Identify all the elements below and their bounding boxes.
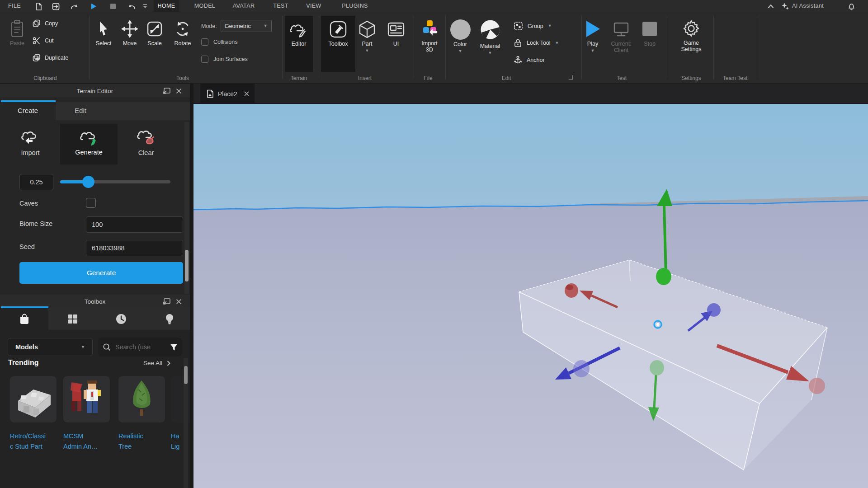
- ui-button[interactable]: UI: [383, 16, 409, 47]
- tab-plugins[interactable]: PLUGINS: [338, 0, 372, 12]
- terrain-import-button[interactable]: Import: [11, 126, 50, 156]
- copy-button[interactable]: Copy: [33, 19, 58, 28]
- group-divider: [581, 16, 582, 79]
- quick-access-more-icon[interactable]: [142, 1, 149, 11]
- move-tool-button[interactable]: Move: [118, 16, 142, 47]
- tab-model[interactable]: MODEL: [191, 0, 219, 12]
- color-button[interactable]: Color ▼: [449, 16, 472, 53]
- toolbox-scrollbar[interactable]: [184, 358, 188, 488]
- category-value: Models: [15, 343, 38, 351]
- group-button[interactable]: Group ▼: [514, 21, 552, 31]
- toolbox-tab-inventory[interactable]: [48, 308, 97, 330]
- search-input[interactable]: [114, 343, 166, 351]
- open-file-icon[interactable]: [51, 1, 61, 11]
- generate-button[interactable]: Generate: [19, 262, 183, 284]
- toolbox-button[interactable]: Toolbox: [321, 16, 355, 72]
- lock-tool-button[interactable]: Lock Tool ▼: [514, 38, 559, 47]
- select-tool-button[interactable]: Select: [92, 16, 115, 47]
- material-dropdown-icon[interactable]: ▼: [476, 51, 505, 55]
- part-label: Part: [355, 41, 379, 47]
- caves-checkbox[interactable]: [86, 198, 96, 208]
- edit-group-expander-icon[interactable]: [569, 75, 573, 80]
- notifications-bell-icon[interactable]: [846, 1, 856, 11]
- paste-button: Paste: [5, 16, 29, 47]
- collisions-checkbox-row[interactable]: Collisions: [201, 38, 238, 46]
- collisions-checkbox[interactable]: [201, 38, 208, 46]
- tab-edit[interactable]: Edit: [56, 102, 105, 120]
- join-surfaces-label: Join Surfaces: [213, 56, 248, 62]
- tab-create[interactable]: Create: [0, 102, 56, 120]
- slider-thumb[interactable]: [82, 176, 94, 188]
- ai-assistant-button[interactable]: AI Assistant: [792, 0, 834, 12]
- see-all-link[interactable]: See All: [143, 360, 170, 366]
- duplicate-button[interactable]: Duplicate: [33, 54, 68, 62]
- game-settings-button[interactable]: Game Settings: [676, 16, 706, 52]
- toolbox-tab-recent[interactable]: [97, 308, 145, 330]
- panel-splitter[interactable]: [190, 84, 193, 488]
- toolbox-item[interactable]: Retro/Classic Stud Part: [10, 376, 60, 457]
- toolbox-item[interactable]: RealisticTree: [118, 376, 168, 457]
- group-divider: [319, 16, 319, 79]
- part-dropdown-icon[interactable]: ▼: [355, 49, 379, 53]
- close-panel-icon[interactable]: [176, 299, 182, 305]
- item-label: Retro/Classic Stud Part: [10, 431, 60, 452]
- close-panel-icon[interactable]: [176, 88, 182, 94]
- material-button[interactable]: Material ▼: [476, 16, 505, 55]
- rotate-tool-button[interactable]: Rotate: [171, 16, 194, 47]
- close-tab-icon[interactable]: [244, 91, 249, 96]
- color-dropdown-icon[interactable]: ▼: [449, 49, 472, 53]
- play-label: Play: [582, 41, 603, 47]
- slider-value-input[interactable]: [19, 174, 53, 190]
- join-surfaces-checkbox[interactable]: [201, 56, 208, 63]
- play-dropdown-icon[interactable]: ▼: [582, 49, 603, 53]
- toolbox-item[interactable]: MCSMAdmin An…: [63, 376, 113, 457]
- dock-panel-icon[interactable]: [163, 298, 170, 305]
- play-button[interactable]: Play ▼: [582, 16, 603, 53]
- biome-size-input[interactable]: [86, 216, 183, 233]
- seed-input[interactable]: [86, 240, 183, 256]
- scene: [193, 104, 868, 488]
- cut-button[interactable]: Cut: [33, 37, 53, 45]
- stop-button: Stop: [639, 16, 660, 47]
- terrain-generate-tool-button[interactable]: Generate: [60, 124, 118, 164]
- play-quick-icon[interactable]: [89, 1, 99, 11]
- file-menu[interactable]: FILE: [5, 0, 24, 12]
- tab-test[interactable]: TEST: [269, 0, 292, 12]
- select-label: Select: [92, 40, 115, 47]
- tab-home[interactable]: HOME: [154, 0, 179, 12]
- collapse-ribbon-icon[interactable]: [766, 1, 776, 11]
- terrain-panel-scrollbar[interactable]: [184, 122, 189, 294]
- chevron-down-icon: ▼: [81, 345, 85, 349]
- scrollbar-thumb[interactable]: [184, 366, 188, 384]
- terrain-clear-button[interactable]: Clear: [127, 126, 165, 156]
- part-button[interactable]: Part ▼: [355, 16, 379, 53]
- paste-label: Paste: [5, 40, 29, 47]
- terrain-editor-panel: Terrain Editor Create Edit Import Genera…: [0, 84, 193, 294]
- scrollbar-thumb[interactable]: [185, 250, 189, 282]
- tab-view[interactable]: VIEW: [302, 0, 326, 12]
- toolbox-tab-creations[interactable]: [145, 308, 193, 330]
- category-dropdown[interactable]: Models ▼: [8, 338, 93, 356]
- join-surfaces-checkbox-row[interactable]: Join Surfaces: [201, 56, 248, 63]
- mode-dropdown[interactable]: Geometric ▼: [221, 20, 272, 32]
- place-tab[interactable]: Place2: [200, 84, 255, 104]
- redo-icon[interactable]: [69, 1, 79, 11]
- import-3d-button[interactable]: Import 3D: [416, 16, 443, 53]
- tab-avatar[interactable]: AVATAR: [229, 0, 259, 12]
- search-box[interactable]: [98, 338, 182, 357]
- terrain-editor-button[interactable]: Editor: [285, 16, 313, 72]
- group-dropdown-icon[interactable]: ▼: [548, 24, 552, 28]
- new-file-icon[interactable]: [33, 1, 43, 11]
- chevron-down-icon: ▼: [264, 24, 268, 28]
- filter-icon[interactable]: [170, 343, 178, 351]
- viewport-3d[interactable]: [193, 104, 868, 488]
- toolbox-tab-marketplace[interactable]: [0, 308, 48, 330]
- dock-panel-icon[interactable]: [163, 88, 170, 94]
- undo-icon[interactable]: [127, 1, 137, 11]
- document-tab-bar: Place2: [193, 84, 868, 104]
- cut-label: Cut: [45, 38, 53, 44]
- lock-tool-dropdown-icon[interactable]: ▼: [555, 41, 559, 45]
- anchor-button[interactable]: Anchor: [514, 56, 545, 65]
- terrain-group-label: Terrain: [291, 75, 307, 81]
- scale-tool-button[interactable]: Scale: [143, 16, 166, 47]
